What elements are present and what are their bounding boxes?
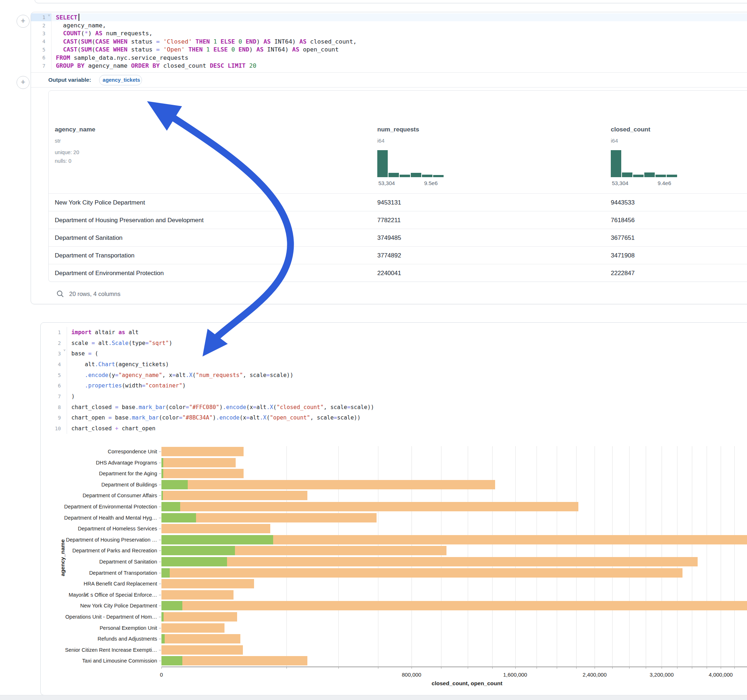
code-token: open_count bbox=[299, 46, 339, 53]
output-variable-pill[interactable]: agency_tickets bbox=[99, 75, 142, 85]
table-row[interactable]: Department of Housing Preservation and D… bbox=[48, 211, 747, 229]
code-line-content[interactable]: FROM sample_data.nyc.service_requests bbox=[51, 54, 747, 62]
code-token: 0 bbox=[239, 38, 242, 45]
histogram-bar bbox=[633, 175, 644, 177]
gridline bbox=[594, 446, 595, 667]
code-token: ( bbox=[92, 46, 95, 53]
line-number: 3 bbox=[31, 30, 47, 38]
column-header-num_requests[interactable]: num_requests bbox=[377, 126, 419, 133]
code-token: END bbox=[239, 46, 250, 53]
table-cell[interactable]: 9443533 bbox=[611, 199, 635, 206]
sql-code-editor[interactable]: 1vSELECT2 agency_name,3 COUNT(*) AS num_… bbox=[31, 13, 747, 71]
table-cell[interactable]: Department of Housing Preservation and D… bbox=[55, 217, 204, 224]
histogram-min-label: 53,304 bbox=[378, 180, 395, 186]
y-axis-label: Department of Environmental Protection bbox=[64, 504, 157, 510]
y-axis-label: Department of Sanitation bbox=[100, 559, 157, 564]
gridline bbox=[537, 446, 537, 667]
x-axis-tick-label: 2,400,000 bbox=[583, 671, 607, 678]
collapse-chevron-icon[interactable]: v bbox=[47, 13, 51, 21]
column-header-agency_name[interactable]: agency_name bbox=[55, 126, 95, 133]
code-token: 'Open' bbox=[163, 46, 185, 53]
table-cell[interactable]: Department of Transportation bbox=[55, 252, 135, 259]
code-token: AS bbox=[263, 38, 271, 45]
code-token bbox=[235, 38, 239, 45]
code-token: AS bbox=[299, 38, 307, 45]
code-token: sample_data.nyc.service_requests bbox=[70, 54, 189, 61]
code-line-content[interactable]: agency_name, bbox=[51, 21, 747, 29]
bar-open bbox=[162, 469, 163, 478]
code-token: ) bbox=[88, 30, 95, 37]
line-number: 2 bbox=[31, 21, 47, 29]
table-cell[interactable]: Department of Sanitation bbox=[55, 234, 122, 241]
code-line-content[interactable]: CAST(SUM(CASE WHEN status = 'Open' THEN … bbox=[51, 46, 747, 54]
code-token: ELSE bbox=[213, 46, 228, 53]
gutter-spacer bbox=[47, 62, 51, 69]
table-cell[interactable]: 7618456 bbox=[611, 217, 635, 224]
bar-closed bbox=[162, 612, 237, 622]
code-token bbox=[160, 46, 163, 53]
search-icon[interactable] bbox=[56, 290, 64, 298]
y-axis-label: Department of Consumer Affairs bbox=[83, 493, 157, 498]
code-line[interactable]: 3 COUNT(*) AS num_requests, bbox=[31, 30, 747, 38]
code-line[interactable]: 5 CAST(SUM(CASE WHEN status = 'Open' THE… bbox=[31, 46, 747, 54]
table-cell[interactable]: 2222847 bbox=[611, 270, 635, 277]
code-line-content[interactable]: SELECT bbox=[51, 13, 747, 21]
table-row[interactable]: Department of Transportation377489234719… bbox=[48, 246, 747, 264]
add-cell-button-top[interactable]: + bbox=[17, 15, 30, 28]
gutter-spacer bbox=[47, 54, 51, 62]
column-header-closed_count[interactable]: closed_count bbox=[611, 126, 650, 133]
code-token bbox=[185, 46, 189, 53]
table-cell[interactable]: 7782211 bbox=[377, 217, 401, 224]
gridline bbox=[441, 446, 442, 667]
code-token: AS bbox=[95, 30, 102, 37]
output-variable-bar: Output variable: agency_tickets bbox=[31, 72, 747, 88]
code-token: INT64) bbox=[271, 38, 299, 45]
add-cell-button-output[interactable]: + bbox=[17, 76, 30, 89]
code-token: 0 bbox=[231, 46, 235, 53]
y-axis-tick bbox=[159, 606, 161, 606]
code-token: * bbox=[84, 30, 88, 37]
table-cell[interactable]: 3774892 bbox=[377, 252, 401, 259]
y-axis-label: HRA Benefit Card Replacement bbox=[83, 581, 157, 587]
table-cell[interactable]: 3749485 bbox=[377, 234, 401, 241]
bar-closed bbox=[162, 634, 240, 643]
code-token: ORDER BY bbox=[131, 62, 160, 69]
table-row[interactable]: Department of Sanitation37494853677651 bbox=[48, 229, 747, 247]
x-axis-tick-label: 4,000,000 bbox=[709, 671, 733, 678]
code-token: status bbox=[127, 46, 156, 53]
table-row[interactable]: New York City Police Department945313194… bbox=[48, 193, 747, 211]
y-axis-tick bbox=[159, 628, 161, 628]
code-token: CASE bbox=[95, 38, 110, 45]
y-axis-tick bbox=[159, 529, 161, 529]
table-row[interactable]: Department of Environmental Protection22… bbox=[48, 264, 747, 282]
table-cell[interactable]: 3677651 bbox=[611, 234, 635, 241]
column-type: i64 bbox=[611, 137, 618, 144]
table-cell[interactable]: Department of Environmental Protection bbox=[55, 270, 163, 277]
gridline bbox=[629, 446, 629, 667]
bar-closed bbox=[162, 590, 233, 599]
table-cell[interactable]: 2240041 bbox=[377, 270, 401, 277]
code-line[interactable]: 6FROM sample_data.nyc.service_requests bbox=[31, 54, 747, 62]
table-cell[interactable]: 9453131 bbox=[377, 199, 401, 206]
code-line[interactable]: 1vSELECT bbox=[31, 13, 747, 21]
line-gutter: 4 bbox=[31, 38, 51, 45]
code-line-content[interactable]: COUNT(*) AS num_requests, bbox=[51, 30, 747, 38]
code-token: ( bbox=[77, 46, 81, 53]
code-line[interactable]: 7GROUP BY agency_name ORDER BY closed_co… bbox=[31, 62, 747, 69]
code-token: CASE bbox=[95, 46, 110, 53]
y-axis-tick bbox=[159, 518, 161, 518]
code-line[interactable]: 4 CAST(SUM(CASE WHEN status = 'Closed' T… bbox=[31, 38, 747, 45]
table-cell[interactable]: New York City Police Department bbox=[55, 199, 145, 206]
code-token: 'Closed' bbox=[163, 38, 192, 45]
gridline bbox=[576, 446, 576, 667]
code-token: LIMIT bbox=[228, 62, 246, 69]
y-axis-tick bbox=[159, 584, 161, 584]
code-line-content[interactable]: CAST(SUM(CASE WHEN status = 'Closed' THE… bbox=[51, 38, 747, 45]
y-axis-label: Operations Unit - Department of Hom… bbox=[65, 614, 157, 620]
code-line[interactable]: 2 agency_name, bbox=[31, 21, 747, 29]
code-token bbox=[56, 30, 63, 37]
code-token bbox=[56, 46, 63, 53]
code-line-content[interactable]: GROUP BY agency_name ORDER BY closed_cou… bbox=[51, 62, 747, 69]
y-axis-tick bbox=[159, 551, 161, 551]
table-cell[interactable]: 3471908 bbox=[611, 252, 635, 259]
